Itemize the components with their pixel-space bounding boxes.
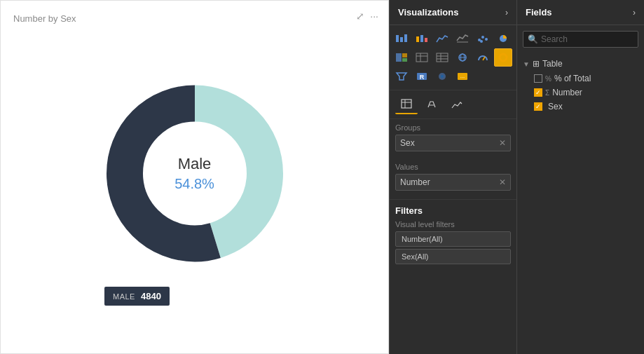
svg-rect-3 [400, 37, 403, 42]
svg-rect-16 [402, 58, 407, 62]
table-icon: ⊞ [533, 59, 540, 69]
donut-center: Male 54.8% [174, 154, 214, 191]
chart-tooltip: MALE 4840 [104, 287, 170, 306]
values-field-text: Number [400, 177, 430, 187]
field-type-pct: % [545, 75, 551, 83]
tooltip-value: 4840 [141, 291, 161, 301]
viz-tools [390, 90, 516, 119]
fields-expand-arrow[interactable]: › [633, 8, 636, 18]
fields-header: Fields › [517, 0, 644, 25]
groups-field-text: Sex [400, 138, 415, 148]
filters-section: Filters Visual level filters Number(All)… [390, 199, 516, 272]
svg-rect-17 [416, 53, 427, 62]
groups-label: Groups [395, 123, 511, 132]
search-box: 🔍 [523, 31, 638, 48]
filters-title: Filters [395, 205, 511, 216]
viz-icon-line[interactable] [453, 29, 472, 48]
chart-panel: Number by Sex ⤢ ··· Male 54.8% MALE 4840 [0, 0, 389, 354]
search-icon: 🔍 [528, 34, 538, 44]
svg-point-11 [485, 38, 488, 41]
svg-point-28 [500, 54, 507, 61]
viz-icon-matrix[interactable] [433, 48, 451, 67]
chart-title: Number by Sex [13, 13, 76, 24]
svg-point-33 [441, 75, 444, 78]
expand-icon[interactable]: ⤢ [356, 11, 364, 22]
groups-field-close[interactable]: ✕ [499, 138, 506, 148]
svg-rect-4 [404, 34, 407, 42]
svg-rect-15 [402, 53, 407, 57]
values-section: Values Number ✕ [390, 158, 516, 198]
fields-panel-title: Fields [526, 7, 552, 18]
chart-toolbar: ⤢ ··· [356, 11, 378, 22]
field-number[interactable]: ✓ Σ Number [531, 86, 644, 100]
field-label-number: Number [552, 88, 582, 97]
viz-icon-gauge[interactable] [474, 48, 492, 67]
viz-icon-custom[interactable]: ··· [453, 67, 472, 86]
table-group-header[interactable]: ▼ ⊞ Table [517, 56, 644, 72]
field-sex[interactable]: ✓ Sex [531, 100, 644, 114]
svg-line-27 [483, 57, 485, 60]
viz-icon-scatter[interactable] [474, 29, 492, 48]
svg-rect-7 [425, 38, 427, 42]
table-group-label: Table [542, 59, 563, 69]
fields-tool-btn[interactable] [395, 95, 418, 114]
fields-tree: ▼ ⊞ Table % % of Total ✓ Σ Number [517, 53, 644, 116]
svg-marker-29 [397, 73, 406, 80]
viz-expand-arrow[interactable]: › [505, 8, 508, 18]
filter-chip-number[interactable]: Number(All) [395, 231, 511, 247]
viz-panel-title: Visualizations [398, 7, 458, 18]
svg-rect-14 [396, 53, 402, 62]
viz-icon-globe[interactable] [453, 48, 472, 67]
viz-icon-donut-active[interactable] [494, 48, 512, 67]
field-type-sigma: Σ [545, 89, 549, 97]
field-pct-of-total[interactable]: % % of Total [531, 72, 644, 86]
field-checkbox-pct[interactable] [534, 74, 542, 83]
table-group: ▼ ⊞ Table % % of Total ✓ Σ Number [517, 56, 644, 114]
svg-point-10 [481, 36, 484, 39]
groups-section: Groups Sex ✕ [390, 119, 516, 158]
viz-icon-pie[interactable] [494, 29, 512, 48]
filter-chip-sex[interactable]: Sex(All) [395, 249, 511, 264]
viz-header: Visualizations › [390, 0, 516, 25]
viz-icon-shape-map[interactable] [433, 67, 451, 86]
visualizations-panel: Visualizations › [389, 0, 517, 354]
tree-expand-icon: ▼ [523, 60, 530, 68]
format-tool-btn[interactable] [420, 95, 443, 114]
field-label-pct: % of Total [554, 74, 591, 83]
svg-text:R: R [420, 74, 425, 81]
viz-icon-r[interactable]: R [413, 67, 431, 86]
values-label: Values [395, 163, 511, 171]
viz-icon-treemap[interactable] [392, 48, 411, 67]
svg-rect-5 [416, 36, 419, 42]
fields-panel: Fields › 🔍 ▼ ⊞ Table % % of Total ✓ [517, 0, 644, 354]
svg-point-12 [480, 40, 483, 43]
svg-text:···: ··· [460, 74, 465, 81]
values-field-close[interactable]: ✕ [499, 177, 506, 187]
groups-field-row[interactable]: Sex ✕ [395, 135, 511, 151]
viz-icon-stacked-bar[interactable] [392, 29, 411, 48]
viz-icon-bar-chart[interactable] [413, 29, 431, 48]
tree-children: % % of Total ✓ Σ Number ✓ Sex [517, 72, 644, 114]
donut-center-label: Male [174, 154, 214, 172]
filters-sub-label: Visual level filters [395, 220, 511, 229]
field-label-sex: Sex [548, 102, 563, 111]
viz-icons-grid: R ··· [390, 25, 516, 90]
more-options-icon[interactable]: ··· [370, 11, 378, 22]
donut-container: Male 54.8% [97, 75, 293, 271]
svg-rect-2 [396, 35, 399, 42]
viz-icon-table[interactable] [413, 48, 431, 67]
donut-wrapper: Male 54.8% [97, 75, 293, 271]
analytics-tool-btn[interactable] [446, 95, 468, 114]
viz-icon-area[interactable] [433, 29, 451, 48]
svg-rect-36 [402, 100, 411, 108]
tooltip-label: MALE [113, 292, 135, 301]
svg-rect-6 [420, 35, 423, 42]
svg-rect-20 [437, 53, 448, 62]
field-checkbox-sex[interactable]: ✓ [534, 102, 542, 111]
search-input[interactable] [541, 34, 633, 44]
field-checkbox-number[interactable]: ✓ [534, 88, 542, 97]
donut-center-value: 54.8% [174, 175, 214, 191]
viz-icon-funnel[interactable] [392, 67, 411, 86]
values-field-row[interactable]: Number ✕ [395, 174, 511, 191]
